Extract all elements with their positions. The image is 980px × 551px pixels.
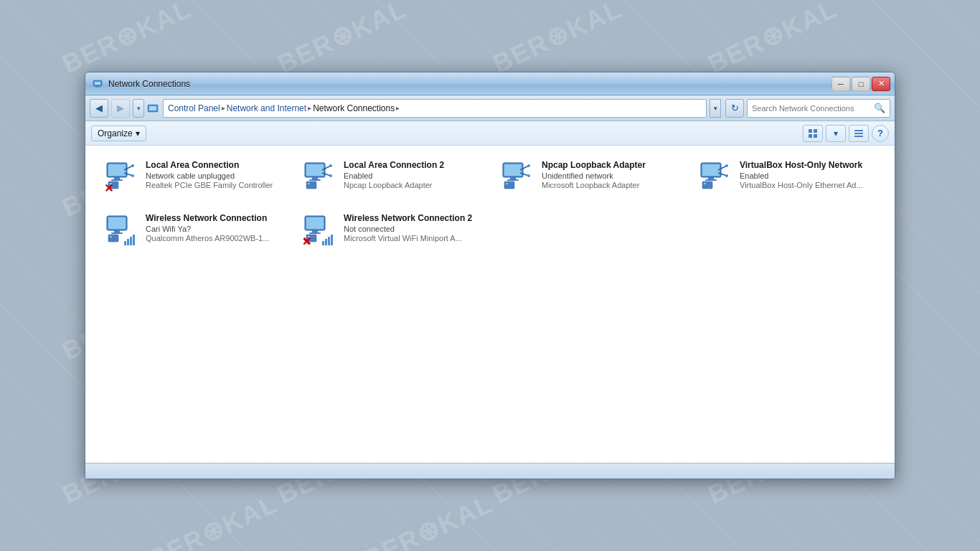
- svg-rect-57: [108, 235, 118, 242]
- net-info-virtualbox-hostonly: VirtualBox Host-Only NetworkEnabledVirtu…: [740, 160, 876, 189]
- net-adapter-wireless-1: Qualcomm Atheros AR9002WB-1...: [146, 234, 282, 242]
- svg-rect-12: [854, 136, 863, 137]
- net-item-wireless-2[interactable]: ✕ ✕Wireless Network Connection 2Not conn…: [295, 207, 487, 258]
- svg-rect-66: [309, 232, 321, 234]
- window-title: Network Connections: [108, 79, 190, 89]
- svg-rect-8: [809, 134, 812, 138]
- svg-rect-46: [705, 179, 717, 181]
- svg-rect-44: [702, 164, 720, 176]
- svg-rect-54: [108, 217, 126, 229]
- svg-rect-28: [308, 183, 310, 184]
- svg-point-42: [527, 174, 530, 177]
- breadcrumb-dropdown-button[interactable]: ▾: [710, 99, 721, 118]
- nav-dropdown-button[interactable]: ▾: [133, 99, 144, 118]
- net-name-local-area-1: Local Area Connection: [146, 160, 282, 170]
- net-item-local-area-1[interactable]: ✕Local Area ConnectionNetwork cable unpl…: [97, 154, 289, 204]
- svg-rect-60: [127, 239, 129, 245]
- close-button[interactable]: ✕: [872, 77, 890, 91]
- net-icon-svg-local-area-2: [302, 160, 334, 192]
- breadcrumb-folder-icon: [147, 102, 160, 115]
- view-button[interactable]: [803, 125, 823, 142]
- svg-rect-24: [306, 164, 324, 176]
- connections-grid: ✕Local Area ConnectionNetwork cable unpl…: [97, 154, 883, 258]
- status-badge-local-area-1: ✕: [104, 183, 113, 194]
- toolbar-right: ▾ ?: [803, 125, 889, 142]
- main-window: Network Connections ─ □ ✕ ◀ ▶ ▾ Control …: [85, 72, 895, 479]
- breadcrumb-network-internet[interactable]: Network and Internet: [227, 103, 306, 113]
- help-button[interactable]: ?: [872, 125, 889, 142]
- svg-rect-7: [814, 129, 817, 133]
- net-info-wireless-1: Wireless Network ConnectionCari Wifi Ya?…: [146, 213, 282, 242]
- title-bar-left: Network Connections: [93, 78, 190, 90]
- net-info-wireless-2: Wireless Network Connection 2Not connect…: [344, 213, 480, 242]
- address-bar: ◀ ▶ ▾ Control Panel ▸ Network and Intern…: [85, 95, 895, 121]
- search-icon[interactable]: 🔍: [874, 103, 885, 113]
- breadcrumb-sep-2: ▸: [308, 104, 311, 112]
- svg-rect-14: [108, 164, 126, 176]
- back-button[interactable]: ◀: [90, 99, 108, 118]
- svg-rect-72: [331, 235, 333, 245]
- maximize-button[interactable]: □: [852, 77, 870, 91]
- svg-point-52: [725, 174, 728, 177]
- net-name-wireless-2: Wireless Network Connection 2: [344, 213, 480, 223]
- net-info-local-area-2: Local Area Connection 2EnabledNpcap Loop…: [344, 160, 480, 189]
- title-bar: Network Connections ─ □ ✕: [85, 72, 895, 95]
- svg-rect-61: [130, 237, 132, 245]
- net-item-npcap-loopback[interactable]: Npcap Loopback AdapterUnidentified netwo…: [493, 154, 685, 204]
- breadcrumb-sep-3: ▸: [396, 104, 400, 112]
- net-icon-wrap-virtualbox-hostonly: [698, 160, 732, 194]
- svg-rect-71: [328, 237, 330, 245]
- net-item-wireless-1[interactable]: Wireless Network ConnectionCari Wifi Ya?…: [97, 207, 289, 258]
- svg-rect-15: [114, 177, 120, 179]
- svg-point-40: [527, 164, 530, 167]
- net-item-virtualbox-hostonly[interactable]: VirtualBox Host-Only NetworkEnabledVirtu…: [691, 154, 883, 204]
- net-status-wireless-1: Cari Wifi Ya?: [146, 225, 282, 233]
- details-icon: [854, 128, 864, 138]
- svg-rect-5: [149, 106, 156, 110]
- svg-rect-65: [312, 230, 318, 232]
- status-bar: [85, 463, 895, 479]
- net-icon-wrap-wireless-1: [104, 213, 138, 248]
- svg-rect-6: [809, 129, 812, 133]
- organize-button[interactable]: Organize ▾: [91, 126, 146, 141]
- signal-x-badge-wireless-2: ✕: [302, 236, 311, 248]
- net-status-npcap-loopback: Unidentified network: [542, 171, 678, 180]
- svg-point-32: [329, 174, 332, 177]
- net-adapter-local-area-2: Npcap Loopback Adapter: [344, 181, 480, 189]
- net-status-wireless-2: Not connected: [344, 225, 480, 233]
- net-name-npcap-loopback: Npcap Loopback Adapter: [542, 160, 678, 170]
- refresh-button[interactable]: ↻: [725, 99, 744, 118]
- net-adapter-virtualbox-hostonly: VirtualBox Host-Only Ethernet Ad...: [740, 181, 876, 189]
- net-icon-svg-npcap-loopback: [500, 160, 532, 192]
- view-dropdown-button[interactable]: ▾: [826, 125, 846, 142]
- net-adapter-wireless-2: Microsoft Virtual WiFi Miniport A...: [344, 234, 480, 242]
- svg-rect-9: [814, 134, 817, 138]
- details-view-button[interactable]: [849, 125, 869, 142]
- net-adapter-local-area-1: Realtek PCIe GBE Family Controller: [146, 181, 282, 189]
- svg-rect-45: [708, 177, 714, 179]
- window-icon: [93, 78, 104, 90]
- breadcrumb-control-panel[interactable]: Control Panel: [168, 103, 220, 113]
- organize-label: Organize: [98, 128, 133, 138]
- svg-rect-35: [510, 177, 516, 179]
- svg-rect-16: [111, 179, 123, 181]
- svg-point-30: [329, 164, 332, 167]
- search-input[interactable]: [752, 104, 871, 113]
- net-item-local-area-2[interactable]: Local Area Connection 2EnabledNpcap Loop…: [295, 154, 487, 204]
- forward-button[interactable]: ▶: [111, 99, 130, 118]
- svg-rect-36: [507, 179, 519, 181]
- svg-rect-56: [111, 232, 123, 234]
- svg-rect-47: [702, 182, 712, 189]
- svg-point-50: [725, 164, 728, 167]
- svg-rect-25: [312, 177, 318, 179]
- breadcrumb-network-connections: Network Connections: [313, 103, 395, 113]
- svg-rect-34: [504, 164, 522, 176]
- svg-rect-58: [110, 236, 112, 237]
- net-info-npcap-loopback: Npcap Loopback AdapterUnidentified netwo…: [542, 160, 678, 189]
- svg-rect-69: [322, 241, 324, 245]
- net-icon-wrap-npcap-loopback: [500, 160, 534, 194]
- toolbar-left: Organize ▾: [91, 126, 146, 141]
- svg-point-22: [131, 174, 134, 177]
- svg-rect-62: [133, 235, 135, 245]
- minimize-button[interactable]: ─: [831, 77, 850, 91]
